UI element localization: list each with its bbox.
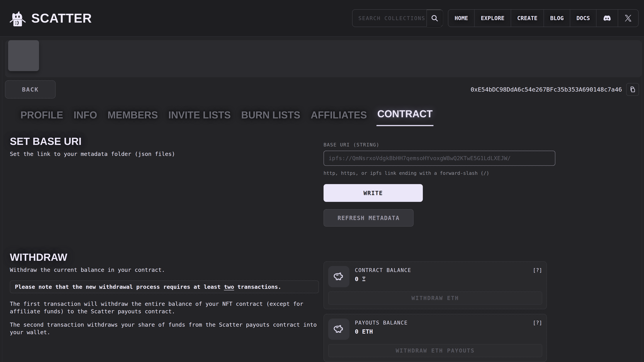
nav-item-x-twitter[interactable] <box>618 10 638 27</box>
payouts-balance-meta: PAYOUTS BALANCE 0 ETH <box>355 318 527 335</box>
copy-icon <box>629 86 636 93</box>
withdraw-paragraph-1: The first transaction will withdraw the … <box>10 300 319 315</box>
tab-members[interactable]: MEMBERS <box>107 108 159 126</box>
search-input[interactable] <box>352 10 426 27</box>
nav-item-create[interactable]: CREATE <box>511 10 544 27</box>
withdraw-note: Please note that the new withdrawal proc… <box>10 280 319 293</box>
base-uri-helper-text: http, https, or ipfs link ending with a … <box>324 170 555 176</box>
contract-address: 0xE54bDC98DdA6c54e267BFc35b353A690148c7a… <box>470 86 622 93</box>
search-button[interactable] <box>426 10 442 27</box>
set-base-uri-description: Set the link to your metadata folder (js… <box>10 151 319 157</box>
payouts-balance-icon-tile <box>328 318 350 340</box>
nav-item-home[interactable]: HOME <box>448 10 474 27</box>
note-prefix: Please note that the new withdrawal proc… <box>15 284 224 290</box>
payouts-balance-value: 0 ETH <box>355 328 527 335</box>
withdraw-right: CONTRACT BALANCE 0 Ξ [?] WITHDRAW ETH <box>324 251 555 362</box>
collection-header-row: BACK 0xE54bDC98DdA6c54e267BFc35b353A6901… <box>5 80 639 98</box>
withdraw-eth-button[interactable]: WITHDRAW ETH <box>328 292 542 305</box>
withdraw-left: WITHDRAW Withdraw the current balance in… <box>10 251 319 362</box>
main-nav: HOME EXPLORE CREATE BLOG DOCS <box>448 9 638 27</box>
contract-balance-value: 0 Ξ <box>355 276 527 282</box>
nav-item-blog[interactable]: BLOG <box>544 10 570 27</box>
x-icon <box>624 14 632 22</box>
collection-banner <box>5 40 642 77</box>
withdraw-section: WITHDRAW Withdraw the current balance in… <box>2 251 642 362</box>
nav-item-discord[interactable] <box>596 10 618 27</box>
discord-icon <box>603 14 612 22</box>
nav-item-explore[interactable]: EXPLORE <box>474 10 510 27</box>
payouts-balance-card: PAYOUTS BALANCE 0 ETH [?] WITHDRAW ETH P… <box>324 314 547 362</box>
withdraw-paragraph-2: The second transaction withdraws your sh… <box>10 321 319 336</box>
contract-balance-meta: CONTRACT BALANCE 0 Ξ <box>355 266 527 282</box>
navbar-right: HOME EXPLORE CREATE BLOG DOCS <box>352 9 638 27</box>
collection-thumbnail <box>8 40 39 71</box>
tab-info[interactable]: INFO <box>73 108 98 126</box>
tab-contract[interactable]: CONTRACT <box>376 107 433 126</box>
note-suffix: transactions. <box>234 284 281 290</box>
write-button[interactable]: WRITE <box>324 184 423 202</box>
payouts-balance-label: PAYOUTS BALANCE <box>355 320 527 326</box>
set-base-uri-left: SET BASE URI Set the link to your metada… <box>10 136 319 226</box>
set-base-uri-title: SET BASE URI <box>10 136 319 147</box>
cat-box-logo-icon <box>8 8 28 28</box>
navbar: SCATTER HOME EXPLORE CREATE BLOG DOCS <box>0 0 644 37</box>
tab-profile[interactable]: PROFILE <box>20 108 64 126</box>
piggy-bank-icon <box>332 323 345 335</box>
payouts-balance-head: PAYOUTS BALANCE 0 ETH [?] <box>328 318 542 340</box>
contract-balance-icon-tile <box>328 266 350 287</box>
back-button[interactable]: BACK <box>5 80 56 98</box>
tab-affiliates[interactable]: AFFILIATES <box>310 108 368 126</box>
search-icon <box>430 14 439 22</box>
set-base-uri-right: BASE URI (STRING) http, https, or ipfs l… <box>324 136 555 226</box>
base-uri-input[interactable] <box>324 151 555 166</box>
withdraw-title: WITHDRAW <box>10 251 319 263</box>
contract-balance-head: CONTRACT BALANCE 0 Ξ [?] <box>328 266 542 287</box>
tab-invite-lists[interactable]: INVITE LISTS <box>168 108 232 126</box>
contract-balance-label: CONTRACT BALANCE <box>355 267 527 273</box>
collection-tabs: PROFILE INFO MEMBERS INVITE LISTS BURN L… <box>20 107 642 126</box>
tab-burn-lists[interactable]: BURN LISTS <box>240 108 301 126</box>
app-title: SCATTER <box>31 11 92 26</box>
search-group <box>352 9 443 27</box>
note-emphasis: two <box>224 284 234 290</box>
contract-balance-card: CONTRACT BALANCE 0 Ξ [?] WITHDRAW ETH <box>324 261 547 309</box>
payouts-balance-help[interactable]: [?] <box>533 318 542 326</box>
scatter-logo[interactable]: SCATTER <box>8 8 92 28</box>
withdraw-description: Withdraw the current balance in your con… <box>10 266 319 273</box>
contract-balance-help[interactable]: [?] <box>533 266 542 273</box>
nav-item-docs[interactable]: DOCS <box>570 10 596 27</box>
refresh-metadata-button[interactable]: REFRESH METADATA <box>324 209 414 226</box>
contract-address-wrap: 0xE54bDC98DdA6c54e267BFc35b353A690148c7a… <box>470 83 639 96</box>
withdraw-eth-payouts-button[interactable]: WITHDRAW ETH PAYOUTS <box>328 344 542 357</box>
piggy-bank-icon <box>332 270 345 283</box>
page-content: BACK 0xE54bDC98DdA6c54e267BFc35b353A6901… <box>2 40 642 362</box>
set-base-uri-section: SET BASE URI Set the link to your metada… <box>2 136 642 226</box>
base-uri-field-label: BASE URI (STRING) <box>324 142 555 148</box>
copy-address-button[interactable] <box>626 83 639 96</box>
